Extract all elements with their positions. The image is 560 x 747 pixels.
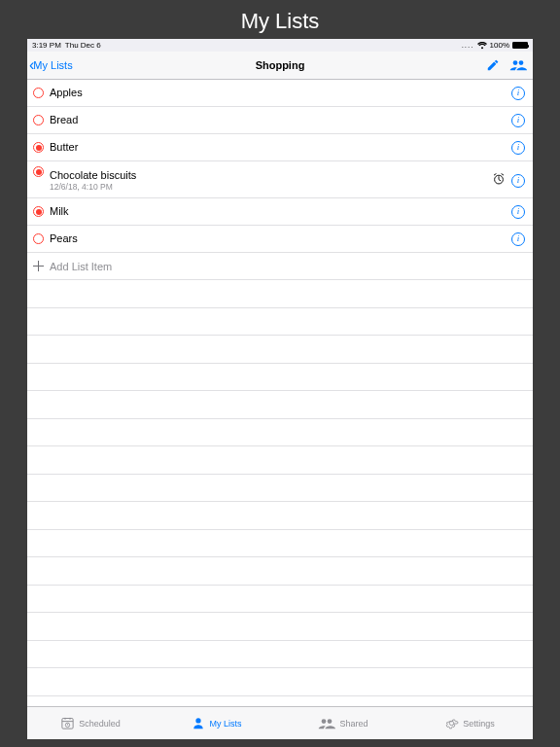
plus-icon	[33, 261, 44, 271]
nav-bar: ‹ My Lists Shopping	[27, 52, 533, 80]
info-button[interactable]: i	[511, 141, 525, 155]
empty-row	[27, 586, 533, 614]
tab-scheduled[interactable]: Scheduled	[27, 707, 154, 739]
empty-row	[27, 280, 533, 308]
list-item[interactable]: Bread i	[27, 107, 533, 134]
tab-mylists[interactable]: My Lists	[154, 707, 280, 739]
info-icon: i	[511, 87, 525, 100]
item-label: Butter	[50, 141, 511, 153]
radio-checked-icon[interactable]	[33, 206, 44, 217]
nav-title: Shopping	[256, 59, 305, 71]
item-label: Pears	[50, 232, 511, 244]
empty-row	[27, 613, 533, 641]
empty-row	[27, 668, 533, 696]
empty-row	[27, 530, 533, 558]
item-label: Bread	[50, 114, 511, 125]
battery-percent: 100%	[490, 41, 509, 50]
info-icon: i	[511, 141, 525, 155]
info-button[interactable]: i	[511, 174, 525, 188]
info-button[interactable]: i	[511, 232, 525, 246]
empty-row	[27, 696, 533, 707]
empty-row	[27, 502, 533, 530]
radio-unchecked-icon[interactable]	[33, 115, 44, 125]
back-button[interactable]: ‹ My Lists	[29, 57, 73, 73]
edit-button[interactable]	[486, 58, 500, 72]
share-button[interactable]	[509, 58, 527, 72]
info-button[interactable]: i	[511, 205, 525, 219]
tab-settings[interactable]: Settings	[406, 707, 533, 739]
tab-label: Settings	[463, 719, 495, 729]
list-item[interactable]: Chocolate biscuits 12/6/18, 4:10 PM i	[27, 161, 533, 198]
status-date: Thu Dec 6	[65, 41, 101, 50]
item-label: Apples	[50, 87, 511, 98]
list-area: Apples i Bread i Butter i Chocolate bisc…	[27, 80, 533, 706]
person-icon	[192, 716, 205, 730]
item-label: Milk	[50, 205, 511, 217]
cellular-icon: ....	[462, 41, 474, 50]
gear-icon	[444, 716, 459, 730]
add-item-placeholder: Add List Item	[50, 261, 112, 272]
empty-row	[27, 446, 533, 475]
tab-bar: Scheduled My Lists Shared Settings	[27, 706, 533, 739]
add-item-row[interactable]: Add List Item	[27, 253, 533, 280]
empty-row	[27, 364, 533, 392]
calendar-icon	[60, 716, 75, 730]
empty-row	[27, 475, 533, 503]
status-time: 3:19 PM	[32, 41, 61, 50]
status-bar: 3:19 PM Thu Dec 6 .... 100%	[27, 39, 533, 52]
info-icon: i	[511, 232, 525, 246]
battery-icon	[512, 42, 528, 49]
empty-row	[27, 336, 533, 364]
list-item[interactable]: Apples i	[27, 80, 533, 107]
device-frame: 3:19 PM Thu Dec 6 .... 100% ‹ My Lists S…	[27, 39, 533, 739]
radio-unchecked-icon[interactable]	[33, 88, 44, 98]
list-item[interactable]: Milk i	[27, 198, 533, 226]
empty-row	[27, 557, 533, 586]
item-label: Chocolate biscuits	[50, 169, 136, 181]
info-button[interactable]: i	[511, 114, 525, 127]
radio-checked-icon[interactable]	[33, 166, 44, 177]
tab-shared[interactable]: Shared	[280, 707, 406, 739]
radio-unchecked-icon[interactable]	[33, 233, 44, 244]
outer-title: My Lists	[0, 0, 560, 41]
alarm-icon	[492, 172, 506, 190]
wifi-icon	[477, 42, 487, 50]
people-icon	[318, 717, 335, 730]
info-button[interactable]: i	[511, 87, 525, 100]
item-subtitle: 12/6/18, 4:10 PM	[50, 183, 113, 192]
empty-row	[27, 641, 533, 669]
people-icon	[509, 58, 527, 72]
tab-label: Shared	[339, 719, 368, 729]
list-item[interactable]: Pears i	[27, 226, 533, 253]
info-icon: i	[511, 174, 525, 188]
pencil-icon	[486, 58, 500, 72]
tab-label: My Lists	[209, 719, 241, 729]
list-item[interactable]: Butter i	[27, 134, 533, 161]
empty-row	[27, 419, 533, 447]
back-label: My Lists	[33, 59, 72, 71]
info-icon: i	[511, 114, 525, 127]
radio-checked-icon[interactable]	[33, 142, 44, 153]
tab-label: Scheduled	[79, 719, 121, 729]
empty-row	[27, 391, 533, 419]
info-icon: i	[511, 205, 525, 219]
empty-row	[27, 308, 533, 337]
